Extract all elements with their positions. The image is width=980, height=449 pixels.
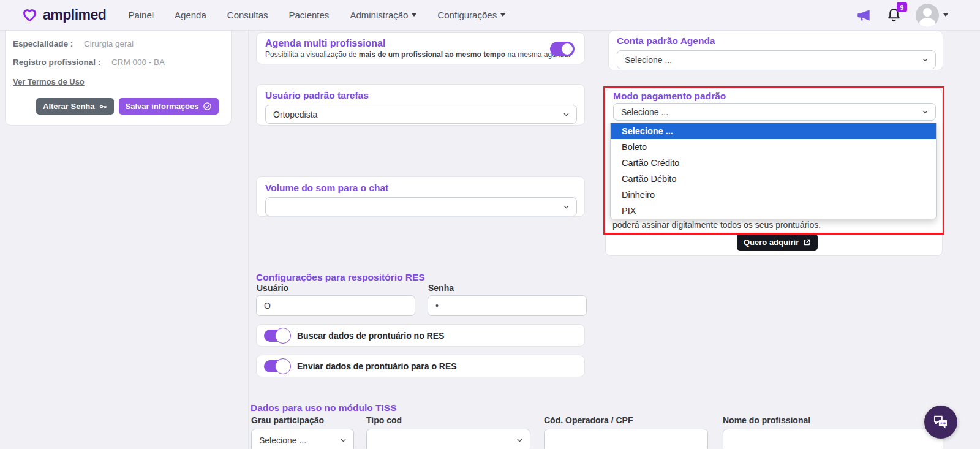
tiss-nome-input[interactable] [723, 429, 943, 449]
usuario-padrao-value: Ortopedista [273, 110, 317, 119]
res-usuario-label: Usuário [257, 283, 288, 293]
res-usuario-field-wrap [256, 295, 415, 316]
quero-adquirir-label: Quero adquirir [744, 238, 799, 247]
change-password-button[interactable]: Alterar Senha [36, 98, 114, 115]
profile-card: Especialidade : Cirurgia geral Registro … [5, 31, 232, 126]
agenda-multi-card: Agenda multi profissional Possibilita a … [256, 32, 585, 64]
res-usuario-input[interactable] [256, 295, 415, 316]
conta-padrao-select[interactable]: Selecione ... [617, 50, 936, 69]
digital-signature-note: poderá assinar digitalmente todos os seu… [612, 220, 821, 230]
volume-chat-select[interactable] [265, 197, 577, 216]
conta-padrao-card: Conta padrão Agenda Selecione ... [608, 31, 943, 70]
nav-item-configuracoes[interactable]: Configurações [437, 10, 505, 20]
chat-widget-button[interactable] [924, 406, 957, 439]
tiss-grau-select[interactable]: Selecione ... [251, 429, 354, 449]
conta-padrao-value: Selecione ... [625, 55, 672, 65]
buscar-res-toggle[interactable] [264, 330, 290, 342]
tiss-grau-value: Selecione ... [259, 436, 306, 445]
modo-pagamento-select[interactable]: Selecione ... [613, 103, 936, 121]
agenda-multi-description: Possibilita a visualização de mais de um… [265, 50, 576, 59]
top-navbar: amplimed Painel Agenda Consultas Pacient… [0, 0, 980, 31]
res-senha-input[interactable] [428, 295, 587, 316]
nav-item-painel[interactable]: Painel [128, 10, 154, 20]
notifications-button[interactable]: 9 [886, 7, 902, 23]
chevron-down-icon [921, 108, 929, 116]
tiss-codoperadora-field-wrap [544, 429, 708, 449]
nav-menu: Painel Agenda Consultas Pacientes Admini… [128, 10, 505, 20]
agenda-multi-title: Agenda multi profissional [265, 38, 576, 49]
user-menu-button[interactable] [916, 4, 948, 27]
usuario-padrao-title: Usuário padrão tarefas [265, 90, 576, 101]
buscar-res-toggle-row: Buscar dados de prontuário no RES [256, 324, 585, 347]
caret-down-icon [500, 13, 505, 17]
external-link-icon [803, 238, 811, 246]
volume-chat-title: Volume do som para o chat [265, 183, 576, 194]
notification-count-badge: 9 [897, 2, 907, 12]
tiss-nome-field-wrap [723, 429, 943, 449]
dropdown-option-cartao-credito[interactable]: Cartão Crédito [611, 155, 936, 171]
volume-chat-card: Volume do som para o chat [256, 176, 585, 217]
key-icon [99, 102, 107, 111]
enviar-res-label: Enviar dados de prontuário para o RES [297, 361, 457, 371]
modo-pagamento-value: Selecione ... [621, 107, 668, 117]
registro-label: Registro profissional : [13, 58, 100, 67]
nav-item-pacientes[interactable]: Pacientes [289, 10, 330, 20]
agenda-multi-toggle[interactable] [550, 42, 575, 56]
registro-row: Registro profissional : CRM 000 - BA [13, 58, 224, 67]
profile-actions: Alterar Senha Salvar informações [36, 98, 224, 115]
dropdown-option-selecione[interactable]: Selecione ... [611, 123, 936, 139]
change-password-label: Alterar Senha [43, 102, 95, 111]
modo-pagamento-dropdown: Selecione ... Boleto Cartão Crédito Cart… [610, 123, 937, 219]
save-info-label: Salvar informações [126, 102, 199, 111]
nav-item-label: Administração [350, 10, 408, 20]
dropdown-option-dinheiro[interactable]: Dinheiro [611, 187, 936, 203]
chevron-down-icon [562, 110, 570, 118]
nav-right-tools: 9 [856, 4, 948, 27]
tiss-codoperadora-input[interactable] [544, 429, 708, 449]
nav-item-agenda[interactable]: Agenda [175, 10, 206, 20]
res-section-title: Configurações para respositório RES [256, 272, 425, 283]
tiss-tipocod-select[interactable] [366, 429, 530, 449]
terms-of-use-link[interactable]: Ver Termos de Uso [13, 77, 85, 86]
nav-item-label: Configurações [437, 10, 497, 20]
res-senha-field-wrap [428, 295, 587, 316]
tiss-tipocod-field-wrap [366, 429, 530, 449]
content-divider [248, 31, 249, 449]
enviar-res-toggle[interactable] [264, 360, 290, 372]
tiss-codoperadora-label: Cód. Operadora / CPF [544, 415, 633, 425]
especialidade-row: Especialidade : Cirurgia geral [13, 39, 224, 48]
quero-adquirir-button[interactable]: Quero adquirir [737, 234, 818, 251]
save-info-button[interactable]: Salvar informações [119, 98, 219, 115]
especialidade-value: Cirurgia geral [84, 39, 134, 48]
tiss-grau-field-wrap: Selecione ... [251, 429, 354, 449]
chevron-down-icon [516, 437, 524, 445]
desc-pre: Possibilita a visualização de [265, 50, 359, 59]
usuario-padrao-card: Usuário padrão tarefas Ortopedista [256, 84, 585, 126]
registro-value: CRM 000 - BA [111, 58, 165, 67]
modo-pagamento-title: Modo pagamento padrão [613, 91, 726, 102]
tiss-tipocod-label: Tipo cod [366, 415, 402, 425]
especialidade-label: Especialidade : [13, 39, 73, 48]
dropdown-option-pix[interactable]: PIX [611, 203, 936, 219]
usuario-padrao-select[interactable]: Ortopedista [265, 105, 577, 124]
enviar-res-toggle-row: Enviar dados de prontuário para o RES [256, 355, 585, 377]
buscar-res-label: Buscar dados de prontuário no RES [297, 331, 444, 341]
tiss-nome-label: Nome do profissional [723, 415, 810, 425]
heart-logo-icon [21, 7, 38, 23]
avatar [916, 4, 939, 27]
res-senha-label: Senha [428, 283, 454, 293]
dropdown-option-cartao-debito[interactable]: Cartão Débito [611, 171, 936, 187]
conta-padrao-title: Conta padrão Agenda [617, 36, 935, 47]
nav-item-administracao[interactable]: Administração [350, 10, 417, 20]
nav-item-consultas[interactable]: Consultas [227, 10, 268, 20]
caret-down-icon [412, 13, 417, 17]
announcements-button[interactable] [856, 7, 872, 23]
tiss-section-title: Dados para uso no módulo TISS [251, 402, 397, 413]
caret-down-icon [943, 13, 948, 17]
chevron-down-icon [562, 203, 570, 211]
dropdown-option-boleto[interactable]: Boleto [611, 139, 936, 155]
chevron-down-icon [339, 437, 347, 445]
chat-bubbles-icon [932, 413, 950, 431]
chevron-down-icon [921, 56, 929, 64]
brand-logo[interactable]: amplimed [21, 7, 106, 23]
